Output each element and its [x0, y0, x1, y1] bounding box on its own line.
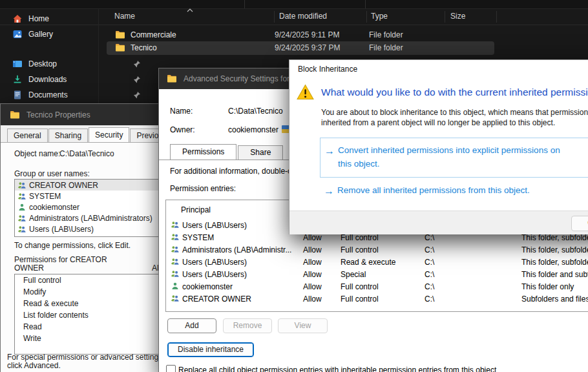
edit-note: To change permissions, click Edit. [14, 241, 131, 250]
sidebar-item-downloads[interactable]: Downloads [5, 72, 97, 87]
column-header-size[interactable]: Size [450, 12, 465, 21]
divider [244, 0, 245, 8]
table-row[interactable]: CREATOR OWNER Allow Full control C:\ Sub… [166, 293, 588, 305]
owner-label: Owner: [170, 125, 195, 134]
divider [366, 11, 367, 23]
folder-icon [10, 110, 20, 120]
object-name-value: C:\Data\Tecnico [59, 149, 114, 158]
permissions-for-label-line2: OWNER [14, 264, 44, 273]
group-icon [171, 232, 180, 242]
file-row-tecnico[interactable]: Tecnico 9/24/2025 9:37 PM File folder [107, 41, 494, 55]
file-name: Commerciale [131, 30, 176, 39]
advanced-tabs: Permissions Share [170, 145, 284, 161]
permission-item[interactable]: List folder contents [15, 309, 158, 321]
cancel-button[interactable]: Cancel [571, 216, 588, 231]
arrow-right-icon: → [324, 186, 334, 196]
pin-icon [132, 75, 141, 83]
cell-principal: Users (LAB\Users) [182, 270, 247, 279]
screen: Name Date modified Type Size Home Galler… [0, 0, 588, 372]
replace-permissions-checkbox[interactable] [166, 365, 176, 372]
sidebar-item-label: Downloads [28, 75, 67, 84]
table-row[interactable]: Administrators (LAB\Administr... Allow F… [166, 243, 588, 256]
desktop-icon [12, 59, 23, 69]
remove-button[interactable]: Remove [223, 318, 272, 333]
group-icon [171, 294, 180, 303]
remove-permissions-command-link[interactable]: → Remove all inherited permissions from … [320, 184, 588, 200]
block-dialog-title: Block Inheritance [298, 65, 357, 74]
properties-titlebar[interactable]: Tecnico Properties [1, 104, 160, 125]
divider [445, 11, 445, 23]
cell-type: Allow [303, 233, 322, 242]
file-row-commerciale[interactable]: Commerciale 9/24/2025 9:11 PM File folde… [107, 28, 494, 42]
sidebar-item-desktop[interactable]: Desktop [5, 57, 97, 71]
cell-applies-to: This folder, subfolde... [521, 245, 588, 254]
list-item-creator-owner[interactable]: CREATOR OWNER [15, 180, 158, 191]
list-item-cookiemonster[interactable]: cookiemonster [15, 202, 158, 212]
disable-inheritance-button[interactable]: Disable inheritance [167, 342, 254, 357]
table-row[interactable]: Users (LAB\Users) Allow Read & execute C… [166, 256, 588, 268]
cell-applies-to: This folder only [521, 282, 574, 291]
add-button[interactable]: Add [167, 318, 216, 333]
divider [274, 11, 275, 23]
downloads-icon [12, 74, 23, 85]
cell-inherited-from: C:\ [425, 270, 434, 279]
sidebar-item-home[interactable]: Home [5, 12, 97, 26]
group-icon [171, 220, 180, 229]
column-header-type[interactable]: Type [371, 12, 388, 21]
advanced-note-line2: click Advanced. [7, 361, 61, 370]
list-item-administrators[interactable]: Administrators (LAB\Administrators) [15, 212, 158, 223]
permission-item[interactable]: Full control [15, 274, 158, 286]
cell-principal: Users (LAB\Users) [182, 221, 247, 230]
permission-item[interactable]: Modify [15, 286, 158, 298]
tab-general[interactable]: General [7, 129, 48, 142]
principal-name: cookiemonster [29, 203, 79, 212]
permissions-list[interactable]: Full control Modify Read & execute List … [14, 274, 159, 355]
folder-icon [115, 43, 125, 53]
command-bar-strip [0, 0, 588, 9]
sidebar-item-documents[interactable]: Documents [5, 88, 97, 102]
convert-permissions-command-link[interactable]: → Convert inherited permissions into exp… [320, 138, 588, 178]
group-icon [171, 257, 180, 266]
block-dialog-heading: What would you like to do with the curre… [321, 87, 588, 98]
permission-item[interactable]: Read [15, 321, 158, 333]
column-header-date-modified[interactable]: Date modified [279, 12, 327, 21]
tab-sharing[interactable]: Sharing [48, 129, 88, 142]
file-type: File folder [369, 30, 403, 39]
group-icon [171, 245, 180, 254]
principal-name: CREATOR OWNER [29, 181, 98, 190]
view-button[interactable]: View [278, 318, 328, 333]
cell-type: Allow [303, 282, 322, 291]
tab-permissions[interactable]: Permissions [170, 144, 236, 160]
cell-access: Full control [341, 294, 379, 304]
convert-permissions-label-line2: this object. [338, 159, 380, 169]
owner-value: cookiemonster [228, 125, 278, 134]
table-row[interactable]: cookiemonster Allow Full control C:\ Thi… [166, 280, 588, 293]
gallery-icon [12, 29, 23, 39]
documents-icon [12, 90, 23, 100]
replace-permissions-label: Replace all child object permission entr… [178, 366, 496, 372]
group-or-user-names-list[interactable]: CREATOR OWNER SYSTEM cookiemonster Admin… [14, 179, 159, 237]
permission-item[interactable]: Read & execute [15, 298, 158, 309]
cell-applies-to: This folder, subfolde... [521, 258, 588, 267]
table-row[interactable]: Users (LAB\Users) Allow Special C:\ This… [166, 268, 588, 280]
divider [496, 11, 497, 23]
sidebar-item-gallery[interactable]: Gallery [5, 27, 97, 41]
list-item-users[interactable]: Users (LAB\Users) [15, 223, 158, 234]
sidebar-item-label: Desktop [28, 59, 57, 68]
cell-access: Full control [341, 282, 379, 291]
arrow-right-icon: → [324, 146, 335, 156]
sidebar-item-label: Home [28, 14, 49, 23]
table-header-principal[interactable]: Principal [181, 205, 211, 214]
tab-share[interactable]: Share [238, 145, 283, 160]
convert-permissions-label-line1: Convert inherited permissions into expli… [338, 145, 560, 155]
file-date-modified: 9/24/2025 9:11 PM [275, 30, 340, 39]
group-icon [171, 269, 180, 278]
file-date-modified: 9/24/2025 9:37 PM [275, 43, 340, 52]
cell-applies-to: Subfolders and files o... [521, 294, 588, 304]
list-item-system[interactable]: SYSTEM [15, 191, 158, 202]
permission-item[interactable]: Write [15, 333, 158, 344]
tab-security[interactable]: Security [89, 127, 129, 142]
column-header-name[interactable]: Name [114, 12, 135, 21]
cell-access: Read & execute [341, 258, 395, 267]
cell-type: Allow [303, 258, 322, 267]
